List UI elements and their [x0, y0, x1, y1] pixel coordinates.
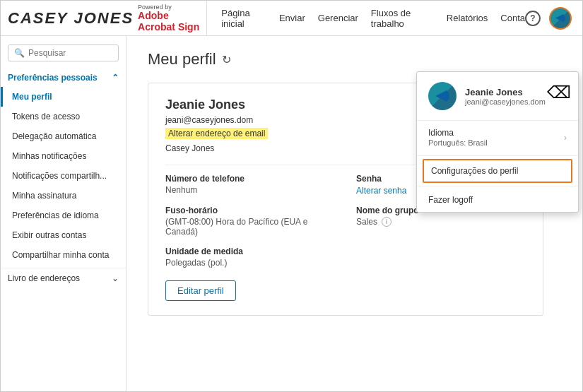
language-chevron-icon: ›	[564, 133, 567, 143]
search-icon: 🔍	[14, 48, 25, 58]
brand-text: Powered by Adobe Acrobat Sign	[138, 4, 199, 32]
user-dropdown-panel: ⌫ Jeanie Jones jeani@caseyjones.dom Idio…	[416, 71, 579, 213]
dropdown-user-info: Jeanie Jones jeani@caseyjones.dom	[465, 87, 567, 106]
sign-text: Acrobat Sign	[138, 21, 199, 32]
chevron-down-icon: ⌄	[112, 273, 119, 283]
address-book-label: Livro de endereços	[8, 273, 80, 283]
dropdown-profile-settings[interactable]: Configurações do perfil	[423, 159, 572, 183]
language-item-content: Idioma Português: Brasil	[428, 128, 488, 147]
sidebar-item-auto-delegation[interactable]: Delegação automática	[1, 126, 126, 146]
change-email-link[interactable]: Alterar endereço de email	[165, 128, 268, 139]
personal-prefs-header[interactable]: Preferências pessoais ⌃	[1, 69, 126, 87]
user-avatar-button[interactable]	[549, 7, 572, 30]
dropdown-logoff[interactable]: Fazer logoff	[417, 188, 578, 212]
nav-reports[interactable]: Relatórios	[447, 13, 488, 23]
sidebar-item-my-profile[interactable]: Meu perfil	[1, 87, 126, 107]
sidebar-item-language-prefs[interactable]: Preferências de idioma	[1, 206, 126, 225]
phone-value: Nenhum	[165, 185, 335, 195]
page-title: Meu perfil ↻	[148, 50, 561, 69]
logo-area: CASEY JONES Powered by Adobe Acrobat Sig…	[8, 1, 207, 35]
group-name-row: Sales i	[356, 217, 526, 227]
nav-right: ?	[525, 7, 575, 30]
nav-manage[interactable]: Gerenciar	[318, 13, 358, 23]
sidebar-item-my-signature[interactable]: Minha assinatura	[1, 186, 126, 206]
content-area: Meu perfil ↻ Jeanie Jones jeani@caseyjon…	[126, 36, 582, 392]
nav-workflows[interactable]: Fluxos de trabalho	[371, 8, 434, 29]
dropdown-user-section: Jeanie Jones jeani@caseyjones.dom	[417, 72, 578, 121]
nav-account[interactable]: Conta	[500, 13, 525, 23]
search-box[interactable]: 🔍	[8, 44, 119, 61]
casey-logo: CASEY JONES	[8, 9, 134, 28]
sidebar-item-shared-notifications[interactable]: Notificações compartilh...	[1, 166, 126, 186]
address-book-section[interactable]: Livro de endereços ⌄	[1, 268, 126, 288]
group-info-icon[interactable]: i	[382, 217, 391, 227]
phone-field: Número de telefone Nenhum	[165, 174, 335, 196]
page-title-text: Meu perfil	[148, 50, 216, 69]
dropdown-divider-2	[417, 186, 578, 186]
unit-value: Polegadas (pol.)	[165, 258, 335, 268]
sidebar: 🔍 Preferências pessoais ⌃ Meu perfil Tok…	[1, 36, 126, 392]
language-label: Idioma	[428, 128, 488, 138]
help-icon[interactable]: ?	[525, 11, 541, 26]
unit-field: Unidade de medida Polegadas (pol.)	[165, 247, 335, 268]
language-value: Português: Brasil	[428, 138, 488, 147]
top-nav: CASEY JONES Powered by Adobe Acrobat Sig…	[1, 1, 582, 36]
dropdown-divider-1	[417, 155, 578, 156]
sidebar-item-share-account[interactable]: Compartilhar minha conta	[1, 245, 126, 265]
timezone-value: (GMT-08:00) Hora do Pacífico (EUA e Cana…	[165, 217, 335, 237]
dropdown-language-item[interactable]: Idioma Português: Brasil ›	[417, 121, 578, 154]
dropdown-avatar	[428, 82, 457, 110]
change-password-link[interactable]: Alterar senha	[356, 186, 406, 196]
nav-links: Página inicial Enviar Gerenciar Fluxos d…	[207, 8, 525, 29]
main-layout: 🔍 Preferências pessoais ⌃ Meu perfil Tok…	[1, 36, 582, 392]
personal-prefs-label: Preferências pessoais	[8, 73, 98, 83]
nav-send[interactable]: Enviar	[279, 13, 305, 23]
refresh-icon[interactable]: ↻	[222, 53, 231, 66]
timezone-field: Fuso-horário (GMT-08:00) Hora do Pacífic…	[165, 206, 335, 237]
dropdown-user-email: jeani@caseyjones.dom	[465, 97, 567, 106]
search-input[interactable]	[28, 48, 112, 58]
sidebar-item-my-notifications[interactable]: Minhas notificações	[1, 146, 126, 166]
unit-label: Unidade de medida	[165, 247, 335, 256]
group-value: Sales	[356, 217, 377, 227]
phone-label: Número de telefone	[165, 174, 335, 184]
sidebar-item-access-tokens[interactable]: Tokens de acesso	[1, 107, 126, 126]
nav-home[interactable]: Página inicial	[221, 8, 266, 29]
edit-profile-button[interactable]: Editar perfil	[165, 280, 236, 301]
sidebar-item-view-other-accounts[interactable]: Exibir outras contas	[1, 225, 126, 245]
timezone-label: Fuso-horário	[165, 206, 335, 215]
dropdown-user-name: Jeanie Jones	[465, 87, 567, 97]
adobe-text: Adobe	[138, 11, 199, 21]
chevron-up-icon: ⌃	[112, 73, 119, 83]
